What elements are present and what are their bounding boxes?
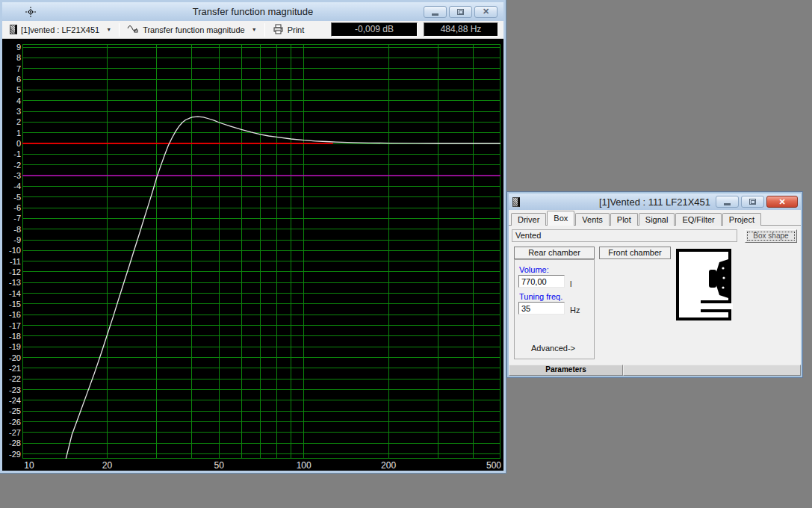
- parameters-panel-button[interactable]: Parameters: [509, 365, 623, 376]
- plot-type-combo[interactable]: Transfer function magnitude ▼: [123, 22, 261, 37]
- close-icon: ✕: [778, 198, 785, 206]
- dialog-footer: Parameters: [509, 365, 801, 376]
- y-tick-label: -14: [2, 289, 21, 298]
- x-tick-label: 500: [486, 460, 501, 471]
- y-tick-label: 1: [2, 128, 21, 137]
- close-button[interactable]: ✕: [474, 6, 498, 18]
- y-tick-label: -3: [2, 171, 21, 180]
- y-tick-label: -9: [2, 235, 21, 244]
- y-tick-label: 3: [2, 107, 21, 116]
- box-tab-panel: Vented Box shape Rear chamber Front cham…: [509, 226, 801, 365]
- y-tick-label: -7: [2, 214, 21, 223]
- restore-icon: [457, 9, 464, 15]
- rear-chamber-group: Volume: l Tuning freq. Hz Advanced->: [514, 259, 595, 359]
- plot-window: Transfer function magnitude ✕ [1]vented …: [0, 0, 506, 473]
- x-tick-label: 100: [297, 460, 312, 471]
- y-tick-label: -18: [2, 332, 21, 341]
- y-tick-label: 2: [2, 117, 21, 126]
- y-tick-label: 7: [2, 64, 21, 73]
- y-tick-label: 0: [2, 139, 21, 148]
- y-tick-label: 6: [2, 75, 21, 84]
- y-tick-label: -20: [2, 353, 21, 362]
- box-shape-button[interactable]: Box shape: [745, 229, 797, 243]
- plot-window-titlebar[interactable]: Transfer function magnitude ✕: [2, 2, 503, 21]
- box-icon: [512, 197, 520, 207]
- print-button[interactable]: Print: [268, 22, 309, 37]
- tab-box[interactable]: Box: [547, 211, 574, 226]
- signal-source-combo-label: [1]vented : LF21X451: [21, 25, 99, 34]
- y-tick-label: -19: [2, 342, 21, 351]
- tab-driver[interactable]: Driver: [511, 213, 546, 226]
- signal-source-combo[interactable]: [1]vented : LF21X451 ▼: [5, 22, 116, 37]
- cursor-db-readout: -0,009 dB: [331, 22, 418, 37]
- chevron-down-icon: ▼: [106, 27, 111, 32]
- y-tick-label: -25: [2, 406, 21, 415]
- cursor-frequency-readout: 484,88 Hz: [424, 22, 498, 37]
- restore-icon: [749, 199, 756, 205]
- y-tick-label: -2: [2, 161, 21, 170]
- tab-project[interactable]: Project: [722, 213, 761, 226]
- crosshair-icon: [25, 6, 37, 18]
- x-tick-label: 200: [381, 460, 396, 471]
- chevron-down-icon: ▼: [252, 27, 257, 32]
- y-tick-label: -17: [2, 321, 21, 330]
- printer-icon: [273, 24, 284, 36]
- print-button-label: Print: [288, 25, 305, 34]
- rear-chamber-button[interactable]: Rear chamber: [514, 247, 595, 259]
- plot-toolbar: [1]vented : LF21X451 ▼ Transfer function…: [2, 21, 503, 39]
- close-icon: ✕: [483, 7, 489, 16]
- minimize-button[interactable]: [424, 6, 447, 18]
- tab-eq-filter[interactable]: EQ/Filter: [675, 213, 721, 226]
- y-tick-label: -16: [2, 310, 21, 319]
- y-tick-label: -6: [2, 203, 21, 212]
- y-tick-label: -21: [2, 364, 21, 373]
- y-tick-label: -1: [2, 149, 21, 158]
- y-tick-label: -11: [2, 257, 21, 266]
- chart-area: 9876543210-1-2-3-4-5-6-7-8-9-10-11-12-13…: [2, 39, 503, 471]
- plot-type-combo-label: Transfer function magnitude: [143, 25, 245, 34]
- toolbar-separator: [264, 23, 265, 37]
- minimize-icon: [432, 13, 438, 16]
- footer-empty-panel: [623, 365, 801, 376]
- sine-wave-icon: [127, 25, 139, 35]
- dialog-restore-button[interactable]: [741, 196, 764, 208]
- tuning-freq-label: Tuning freq.: [519, 292, 562, 301]
- y-tick-label: -12: [2, 267, 21, 276]
- y-tick-label: -29: [2, 450, 21, 459]
- y-tick-label: -27: [2, 428, 21, 437]
- box-dialog: [1]Vented : 111 LF21X451 ✕ DriverBoxVent…: [507, 192, 802, 377]
- volume-label: Volume:: [519, 265, 549, 274]
- dialog-close-button[interactable]: ✕: [766, 196, 798, 208]
- chart-plot[interactable]: [22, 44, 500, 459]
- front-chamber-button[interactable]: Front chamber: [599, 247, 671, 259]
- y-tick-label: -28: [2, 439, 21, 447]
- tab-signal[interactable]: Signal: [639, 213, 675, 226]
- y-tick-label: 5: [2, 85, 21, 94]
- y-tick-label: -15: [2, 300, 21, 309]
- y-tick-label: -24: [2, 396, 21, 405]
- tab-plot[interactable]: Plot: [610, 213, 638, 226]
- minimize-icon: [724, 203, 731, 205]
- x-tick-label: 20: [102, 460, 112, 471]
- box-diagram: [675, 247, 733, 323]
- y-tick-label: -22: [2, 374, 21, 383]
- y-tick-label: -13: [2, 278, 21, 287]
- x-tick-label: 10: [24, 460, 34, 471]
- y-tick-label: -10: [2, 246, 21, 255]
- x-tick-label: 50: [214, 460, 224, 471]
- y-tick-label: -26: [2, 418, 21, 427]
- y-tick-label: -4: [2, 182, 21, 190]
- dialog-minimize-button[interactable]: [716, 196, 739, 208]
- tab-vents[interactable]: Vents: [575, 213, 610, 226]
- toolbar-separator: [119, 23, 120, 37]
- volume-input[interactable]: [518, 275, 565, 288]
- tuning-freq-input[interactable]: [518, 302, 565, 315]
- y-tick-label: -5: [2, 193, 21, 202]
- dialog-titlebar[interactable]: [1]Vented : 111 LF21X451 ✕: [509, 193, 801, 210]
- y-tick-label: 8: [2, 53, 21, 62]
- restore-button[interactable]: [449, 6, 472, 18]
- tuning-unit-label: Hz: [570, 306, 580, 315]
- y-tick-label: 9: [2, 43, 21, 52]
- advanced-button[interactable]: Advanced->: [531, 344, 575, 353]
- volume-unit-label: l: [570, 279, 571, 288]
